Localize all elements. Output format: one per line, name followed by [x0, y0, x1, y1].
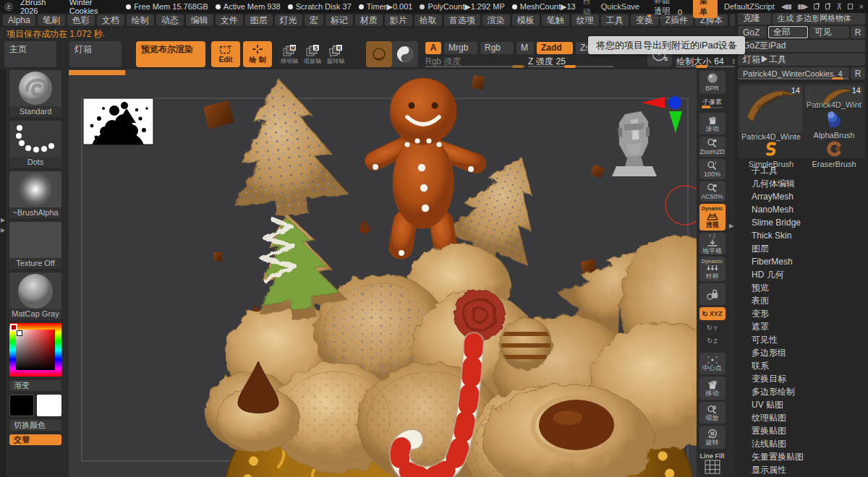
line-fill-button[interactable]: Line Fill	[699, 451, 726, 476]
menu-file[interactable]: 文件	[216, 14, 243, 26]
tool-menu-item[interactable]: 纹理贴图	[738, 411, 865, 424]
tool-menu-item[interactable]: FiberMesh	[738, 255, 865, 268]
mode-rgb-button[interactable]: Rgb	[480, 42, 514, 54]
mode-zadd-button[interactable]: Zadd	[537, 42, 573, 54]
current-alpha-thumb[interactable]: ~BrushAlpha	[9, 171, 61, 218]
menu-preferences[interactable]: 首选项	[444, 14, 480, 26]
tool-menu-item[interactable]: Thick Skin	[738, 229, 865, 242]
menu-marker[interactable]: 标记	[326, 14, 353, 26]
menu-dynamic[interactable]: 动态	[156, 14, 184, 26]
tool-menu-item[interactable]: 矢量置换贴图	[738, 450, 865, 463]
menu-movie[interactable]: 影片	[385, 14, 412, 26]
current-stroke-button[interactable]	[366, 41, 392, 67]
current-material-thumb[interactable]: MatCap Gray	[9, 272, 61, 319]
tool-menu-item[interactable]: 显示属性	[738, 463, 865, 476]
color-picker[interactable]	[9, 323, 61, 377]
goz-r-button[interactable]: R	[851, 26, 865, 38]
menu-button[interactable]: 菜单	[693, 0, 718, 18]
edit-button[interactable]: Edit	[211, 41, 240, 67]
current-texture-thumb[interactable]: Texture Off	[9, 222, 61, 269]
restore-config-icon[interactable]	[825, 4, 830, 9]
tray-arrow-icon[interactable]: ▶	[729, 223, 733, 229]
subpixel-slider[interactable]: 子像素	[699, 96, 726, 111]
sv-selector[interactable]	[17, 330, 22, 336]
menu-picker[interactable]: 拾取	[414, 14, 442, 26]
scale-view-button[interactable]: 缩放	[699, 402, 726, 424]
current-material-button[interactable]	[392, 41, 418, 67]
ui-opacity-slider[interactable]: 界面透明0	[646, 0, 686, 18]
simple-brush-thumb[interactable]: SimpleBrush	[740, 141, 802, 168]
menu-color[interactable]: 色彩	[67, 14, 95, 26]
slider-nub[interactable]	[512, 65, 524, 68]
local-symmetry-button[interactable]	[699, 283, 726, 305]
rotate-xyz-button[interactable]: ↻XYZ	[699, 307, 726, 320]
tray-arrow-icon[interactable]: ▶	[1, 227, 5, 233]
menu-render[interactable]: 渲染	[482, 14, 510, 26]
alternate-button[interactable]: 交替	[9, 434, 61, 445]
alpha-brush-thumb[interactable]: AlphaBrush	[805, 111, 863, 139]
switch-color-button[interactable]: 切换颜色	[9, 420, 61, 431]
goz-ipad-button[interactable]: GoZ至iPad	[738, 40, 865, 52]
menu-draw[interactable]: 绘制	[127, 14, 154, 26]
menu-brush[interactable]: 笔刷	[38, 14, 65, 26]
active-tool-thumb[interactable]: PATRICK_4D 14	[740, 85, 802, 133]
perspective-button[interactable]: Dynamic 透视	[699, 204, 726, 231]
tool-menu-item[interactable]: 图层	[738, 242, 865, 255]
tool-menu-item[interactable]: 变形	[738, 307, 865, 320]
tool-menu-item[interactable]: UV 贴图	[738, 398, 865, 411]
slider-nub[interactable]	[564, 65, 576, 68]
menu-document[interactable]: 文档	[97, 14, 124, 26]
tool-menu-item[interactable]: 法线贴图	[738, 437, 865, 450]
lightbox-tool-button[interactable]: 灯箱▶工具	[738, 53, 865, 66]
maximize-icon[interactable]	[848, 4, 852, 9]
tool-menu-item[interactable]: Slime Bridge	[738, 216, 865, 229]
main-color-swatch[interactable]	[9, 395, 34, 416]
minimize-icon[interactable]: ⊼	[836, 2, 841, 12]
aa-half-button[interactable]: AC50%	[699, 181, 726, 202]
move-view-button[interactable]: 移动	[699, 377, 726, 400]
tool-menu-item[interactable]: 可见性	[738, 333, 865, 346]
mode-a-button[interactable]: A	[425, 42, 441, 54]
rotate-view-button[interactable]: 旋转	[699, 426, 726, 449]
goz-visible-button[interactable]: 可见	[809, 26, 849, 38]
menu-edit[interactable]: 编辑	[186, 14, 213, 26]
bpr-button[interactable]: BPR	[699, 71, 726, 94]
home-button[interactable]: 主页	[4, 41, 56, 67]
zscript-button[interactable]: DefaultZScript	[724, 2, 775, 11]
gyro-move-button[interactable]: M 移动轴	[278, 42, 301, 66]
draw-button[interactable]: 绘 制	[243, 41, 272, 67]
symmetry-button[interactable]: Dynamic 对称	[699, 257, 726, 281]
current-brush-thumb[interactable]: Standard	[9, 70, 61, 117]
rotate-y-button[interactable]: ↻Y	[699, 322, 726, 333]
current-stroke-thumb[interactable]: Dots	[9, 121, 61, 168]
menu-layer[interactable]: 图层	[245, 14, 273, 26]
axis-z-icon[interactable]	[668, 96, 681, 109]
left-tray-divider[interactable]: ▶ ▶	[0, 69, 7, 477]
store-config-icon[interactable]	[814, 4, 818, 9]
close-icon[interactable]: ×	[859, 2, 864, 11]
slider-nub[interactable]	[696, 65, 707, 68]
menu-light[interactable]: 灯光	[275, 14, 302, 26]
tool-menu-item[interactable]: ArrayMesh	[738, 190, 865, 203]
tool-menu-item[interactable]: 变换目标	[738, 372, 865, 385]
tool-menu-item[interactable]: 几何体编辑	[738, 177, 865, 190]
tool-menu-item[interactable]: 表面	[738, 294, 865, 307]
tool-menu-item[interactable]: HD 几何	[738, 268, 865, 281]
actual-size-button[interactable]: 1 100%	[699, 159, 726, 179]
right-tray-divider[interactable]: ▶	[728, 69, 735, 477]
frame-center-button[interactable]: 中心点	[699, 353, 726, 374]
mode-mrgb-button[interactable]: Mrgb	[444, 42, 477, 54]
sv-square[interactable]	[16, 330, 55, 370]
goz-all-button[interactable]: 全部	[768, 26, 808, 38]
gyro-rotate-button[interactable]: R 旋转轴	[324, 42, 347, 66]
secondary-color-swatch[interactable]	[37, 395, 61, 416]
gradient-button[interactable]: 渐变	[9, 380, 61, 391]
preview-boolean-button[interactable]: 预览布尔渲染	[136, 41, 205, 67]
menu-material[interactable]: 材质	[355, 14, 383, 26]
lightbox-button[interactable]: 灯箱	[69, 41, 122, 67]
rgb-intensity-slider[interactable]: Rgb 强度	[425, 56, 525, 67]
slider-nub[interactable]	[832, 77, 843, 80]
scroll-button[interactable]: 滚动	[699, 113, 726, 134]
tool-menu-item[interactable]: 置换贴图	[738, 424, 865, 437]
zscript-next-icon[interactable]: ▮▮▶	[798, 3, 808, 10]
